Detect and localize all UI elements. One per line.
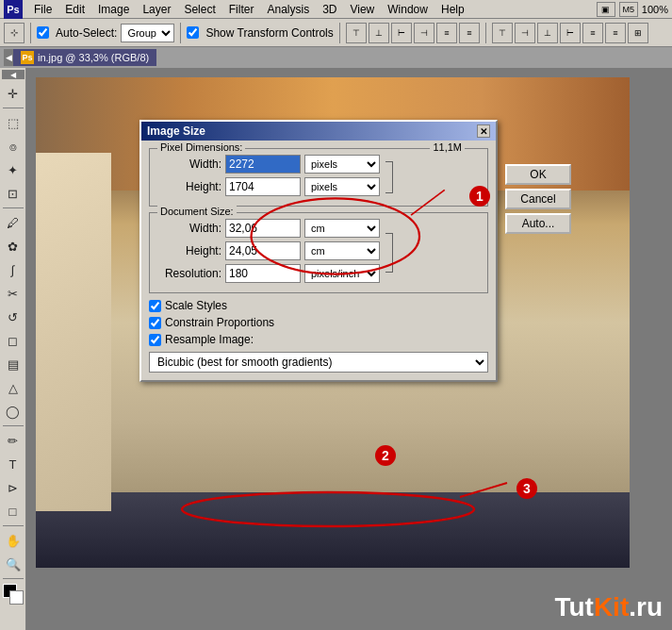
menu-filter[interactable]: Filter xyxy=(223,2,260,17)
tool-history-brush[interactable]: ↺ xyxy=(2,306,25,328)
align-btn-1[interactable]: ⊤ xyxy=(346,23,367,43)
height-row: Height: pixels xyxy=(156,177,380,196)
tool-dodge[interactable]: ◯ xyxy=(2,400,25,423)
tool-path-select[interactable]: ⊳ xyxy=(2,476,25,499)
menu-3d[interactable]: 3D xyxy=(317,2,342,17)
toolbox-collapse[interactable]: ◀ xyxy=(2,70,25,79)
tab-ps-icon: Ps xyxy=(21,51,34,64)
doc-fields-container: Width: cm Height: cm xyxy=(156,219,482,287)
align-btn-5[interactable]: ≡ xyxy=(436,23,457,43)
tool-hand[interactable]: ✋ xyxy=(2,529,25,552)
color-swatches[interactable] xyxy=(3,584,24,605)
cancel-button[interactable]: Cancel xyxy=(505,189,571,209)
tool-eyedropper[interactable]: 🖊 xyxy=(2,211,25,234)
tool-move[interactable]: ✛ xyxy=(2,82,25,105)
scale-styles-row: Scale Styles xyxy=(149,299,488,312)
width-label: Width: xyxy=(156,158,221,171)
align-btn-3[interactable]: ⊢ xyxy=(391,23,412,43)
pixel-fields-container: Width: pixels Height: pixels xyxy=(156,155,482,200)
align-btn-6[interactable]: ≡ xyxy=(459,23,480,43)
menu-analysis[interactable]: Analysis xyxy=(261,2,315,17)
resolution-input[interactable] xyxy=(225,264,301,283)
tool-blur[interactable]: △ xyxy=(2,376,25,399)
tool-brush[interactable]: ∫ xyxy=(2,258,25,281)
dist-btn-1[interactable]: ⊤ xyxy=(492,23,513,43)
dialog-titlebar: Image Size ✕ xyxy=(141,122,496,141)
scroll-tab-left[interactable]: ◀ xyxy=(4,49,13,66)
tool-spot-heal[interactable]: ✿ xyxy=(2,235,25,257)
watermark: TutKit.ru xyxy=(554,592,663,622)
pixel-fields: Width: pixels Height: pixels xyxy=(156,155,380,200)
menu-bar: Ps File Edit Image Layer Select Filter A… xyxy=(0,0,672,19)
move-tool-btn[interactable]: ⊹ xyxy=(4,23,25,43)
dist-btn-2[interactable]: ⊣ xyxy=(515,23,535,43)
menu-help[interactable]: Help xyxy=(435,2,470,17)
link-bracket1 xyxy=(385,161,393,193)
width-unit-dropdown[interactable]: pixels xyxy=(304,155,380,174)
dialog-title: Image Size xyxy=(147,124,205,138)
menu-window[interactable]: Window xyxy=(382,2,434,17)
toolbar-sep2 xyxy=(180,23,181,43)
auto-select-checkbox[interactable] xyxy=(37,26,49,39)
doc-width-unit-dropdown[interactable]: cm xyxy=(304,219,380,238)
height-label: Height: xyxy=(156,180,221,193)
ps-logo: Ps xyxy=(4,0,23,19)
watermark-tut: Tut xyxy=(554,592,593,622)
dist-btn-5[interactable]: ≡ xyxy=(582,23,603,43)
doc-width-input[interactable] xyxy=(225,219,301,238)
tool-marquee[interactable]: ⬚ xyxy=(2,111,25,134)
menu-select[interactable]: Select xyxy=(178,2,221,17)
menu-layer[interactable]: Layer xyxy=(137,2,176,17)
dist-btn-3[interactable]: ⊥ xyxy=(537,23,558,43)
doc-height-unit-dropdown[interactable]: cm xyxy=(304,241,380,260)
background-color[interactable] xyxy=(9,590,24,605)
wallpaper-pattern xyxy=(36,153,111,511)
tool-crop[interactable]: ⊡ xyxy=(2,182,25,205)
menu-view[interactable]: View xyxy=(344,2,380,17)
document-size-group: Document Size: Width: cm Heigh xyxy=(149,212,488,293)
document-tab[interactable]: Ps in.jpg @ 33,3% (RGB/8) xyxy=(13,49,156,66)
constrain-proportions-row: Constrain Proportions xyxy=(149,316,488,329)
resample-image-row: Resample Image: xyxy=(149,333,488,346)
width-input[interactable] xyxy=(225,155,301,174)
doc-height-input[interactable] xyxy=(225,241,301,260)
auto-select-dropdown[interactable]: Group xyxy=(121,24,174,42)
tool-eraser[interactable]: ◻ xyxy=(2,329,25,352)
tool-quick-select[interactable]: ✦ xyxy=(2,158,25,181)
resample-dropdown[interactable]: Bicubic (best for smooth gradients) xyxy=(149,352,488,373)
tool-zoom[interactable]: 🔍 xyxy=(2,553,25,575)
dist-btn-7[interactable]: ⊞ xyxy=(628,23,648,43)
auto-button[interactable]: Auto... xyxy=(505,213,571,234)
auto-select-label: Auto-Select: xyxy=(56,26,117,40)
tool-type[interactable]: T xyxy=(2,453,25,475)
resample-image-checkbox[interactable] xyxy=(149,334,161,346)
tool-shape[interactable]: □ xyxy=(2,500,25,522)
height-unit-dropdown[interactable]: pixels xyxy=(304,177,380,196)
align-btn-2[interactable]: ⊥ xyxy=(369,23,389,43)
constrain-proportions-checkbox[interactable] xyxy=(149,317,161,329)
tool-sep3 xyxy=(3,425,24,426)
tool-gradient[interactable]: ▤ xyxy=(2,353,25,375)
pixel-dimensions-label: Pixel Dimensions: xyxy=(157,141,245,153)
dist-btn-6[interactable]: ≡ xyxy=(605,23,626,43)
zoom-level: 100% xyxy=(642,4,668,15)
menu-items: File Edit Image Layer Select Filter Anal… xyxy=(28,2,470,17)
height-input[interactable] xyxy=(225,177,301,196)
tool-pen[interactable]: ✏ xyxy=(2,429,25,452)
transform-controls-checkbox[interactable] xyxy=(187,26,199,39)
dialog-close-button[interactable]: ✕ xyxy=(477,124,490,138)
resolution-unit-dropdown[interactable]: pixels/inch xyxy=(304,264,380,283)
menu-file[interactable]: File xyxy=(28,2,57,17)
pixel-dimensions-value: 11,1M xyxy=(430,141,465,153)
scale-styles-checkbox[interactable] xyxy=(149,300,161,312)
ok-button[interactable]: OK xyxy=(505,164,571,185)
tool-sep5 xyxy=(3,578,24,579)
tool-clone[interactable]: ✂ xyxy=(2,282,25,305)
dist-btn-4[interactable]: ⊢ xyxy=(560,23,581,43)
tool-lasso[interactable]: ⌾ xyxy=(2,135,25,158)
toolbar-sep3 xyxy=(339,23,340,43)
align-btn-4[interactable]: ⊣ xyxy=(414,23,434,43)
toolbar-sep4 xyxy=(485,23,486,43)
menu-edit[interactable]: Edit xyxy=(59,2,90,17)
menu-image[interactable]: Image xyxy=(92,2,135,17)
